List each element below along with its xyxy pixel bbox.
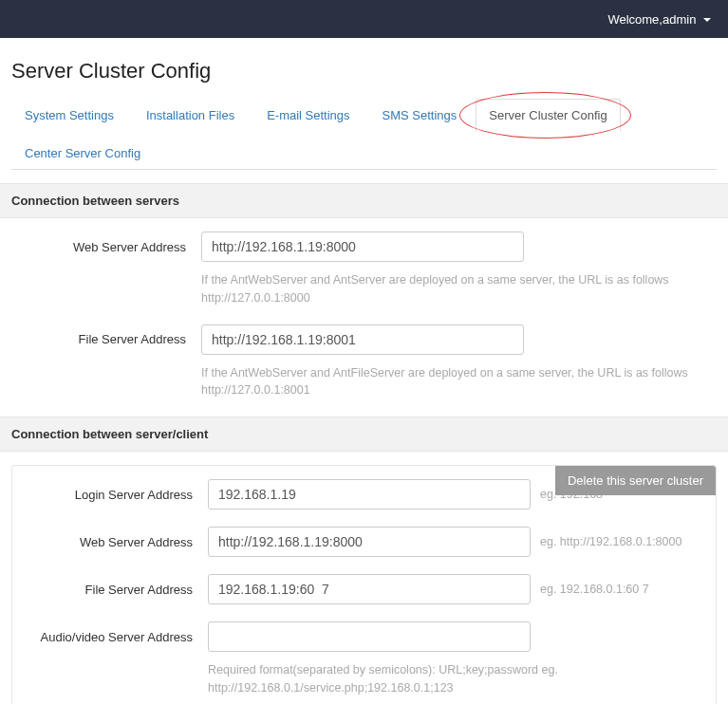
server-cluster-box: Delete this server cluster Login Server … bbox=[11, 465, 717, 704]
tab-center-server-config[interactable]: Center Server Config bbox=[11, 137, 154, 170]
page-title: Server Cluster Config bbox=[11, 59, 717, 83]
label-web-server-address-client: Web Server Address bbox=[18, 535, 208, 549]
tabs: System Settings Installation Files E-mai… bbox=[11, 99, 717, 170]
label-file-server-address-client: File Server Address bbox=[18, 583, 208, 597]
welcome-user-dropdown[interactable]: Welcome,admin bbox=[607, 12, 711, 27]
input-file-server-address-servers[interactable] bbox=[201, 324, 524, 355]
hint-web-server-address-servers: If the AntWebServer and AntServer are de… bbox=[201, 268, 695, 324]
section-header-connection-servers: Connection between servers bbox=[0, 183, 728, 218]
input-av-server-address[interactable] bbox=[208, 621, 531, 652]
section-header-connection-client: Connection between server/client bbox=[0, 417, 728, 452]
hint-file-server-address-client: eg. 192.168.0.1:60 7 bbox=[531, 583, 710, 596]
input-web-server-address-client[interactable] bbox=[208, 527, 531, 557]
delete-server-cluster-button[interactable]: Delete this server cluster bbox=[555, 466, 716, 495]
label-login-server-address: Login Server Address bbox=[18, 488, 208, 502]
tab-installation-files[interactable]: Installation Files bbox=[133, 99, 248, 132]
tab-sms-settings[interactable]: SMS Settings bbox=[369, 99, 471, 132]
input-file-server-address-client[interactable] bbox=[208, 574, 531, 604]
input-login-server-address[interactable] bbox=[208, 479, 531, 509]
label-file-server-address-servers: File Server Address bbox=[11, 332, 201, 346]
hint-file-server-address-servers: If the AntWebServer and AntFileServer ar… bbox=[201, 361, 695, 417]
tab-system-settings[interactable]: System Settings bbox=[11, 99, 127, 132]
input-web-server-address-servers[interactable] bbox=[201, 232, 524, 262]
hint-web-server-address-client: eg. http://192.168.0.1:8000 bbox=[531, 535, 710, 548]
welcome-text: Welcome,admin bbox=[607, 12, 696, 27]
label-av-server-address: Audio/video Server Address bbox=[18, 630, 208, 644]
tab-server-cluster-config[interactable]: Server Cluster Config bbox=[476, 99, 620, 132]
caret-down-icon bbox=[703, 18, 711, 22]
hint-av-server-address: Required format(separated by semicolons)… bbox=[208, 658, 701, 704]
topbar: Welcome,admin bbox=[0, 0, 728, 38]
label-web-server-address-servers: Web Server Address bbox=[11, 240, 201, 254]
tab-email-settings[interactable]: E-mail Settings bbox=[253, 99, 363, 132]
